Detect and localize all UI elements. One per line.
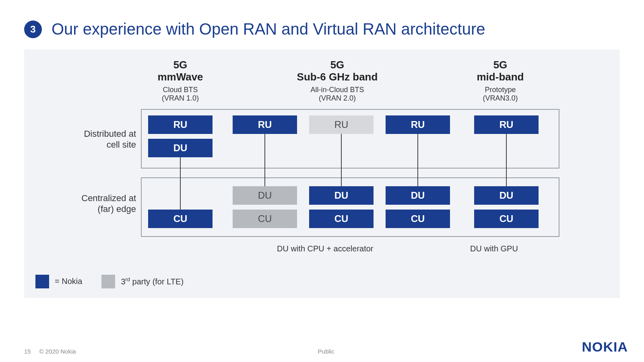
copyright: © 2020 Nokia xyxy=(39,348,76,355)
box-cu-thirdparty: CU xyxy=(233,210,297,228)
col-sub1: All-in-Cloud BTS xyxy=(221,86,454,94)
box-du-nokia: DU xyxy=(309,186,374,205)
row-label-centralized: Centralized at(far) edge xyxy=(81,193,136,215)
slide-footer: 15 © 2020 Nokia Public NOKIA xyxy=(24,339,628,355)
connector-line xyxy=(506,134,507,186)
col-sub2: (VRAN 2.0) xyxy=(221,94,454,103)
box-cu-nokia: CU xyxy=(474,210,539,228)
box-cu-nokia: CU xyxy=(309,210,374,228)
connector-line xyxy=(417,134,418,186)
box-du-nokia: DU xyxy=(386,186,450,205)
legend-label-nokia: = Nokia xyxy=(55,277,82,286)
legend-swatch-thirdparty xyxy=(101,275,115,288)
col-sub2: (VRAN 1.0) xyxy=(140,94,221,103)
section-badge: 3 xyxy=(24,21,42,38)
footer-left: 15 © 2020 Nokia xyxy=(24,348,76,355)
col-h1: 5GmmWave xyxy=(140,59,221,83)
legend: = Nokia 3rd party (for LTE) xyxy=(35,275,609,288)
column-headers: 5GmmWave Cloud BTS (VRAN 1.0) 5GSub-6 GH… xyxy=(140,59,609,103)
slide: 3 Our experience with Open RAN and Virtu… xyxy=(0,0,644,362)
box-cu-nokia: CU xyxy=(386,210,450,228)
box-du-nokia: DU xyxy=(474,186,539,205)
col-h1: 5Gmid-band xyxy=(454,59,547,83)
box-du-nokia: DU xyxy=(148,139,213,157)
col-header-mmwave: 5GmmWave Cloud BTS (VRAN 1.0) xyxy=(140,59,221,103)
classification-label: Public xyxy=(318,348,334,355)
page-number: 15 xyxy=(24,348,31,355)
connector-line xyxy=(341,134,342,186)
title-row: 3 Our experience with Open RAN and Virtu… xyxy=(24,20,620,38)
col-sub1: Cloud BTS xyxy=(140,86,221,94)
architecture-diagram: Distributed atcell site Centralized at(f… xyxy=(35,107,609,256)
connector-line xyxy=(264,134,265,186)
legend-swatch-nokia xyxy=(35,275,49,288)
col-sub1: Prototype xyxy=(454,86,547,94)
box-du-thirdparty: DU xyxy=(233,186,297,205)
col-header-sub6: 5GSub-6 GHz band All-in-Cloud BTS (VRAN … xyxy=(221,59,454,103)
footnote-cpu-accelerator: DU with CPU + accelerator xyxy=(277,244,374,253)
connector-line xyxy=(180,157,181,210)
footnote-gpu: DU with GPU xyxy=(470,244,518,253)
col-h1: 5GSub-6 GHz band xyxy=(221,59,454,83)
box-cu-nokia: CU xyxy=(148,210,213,228)
row-label-distributed: Distributed atcell site xyxy=(84,128,136,150)
box-ru-thirdparty: RU xyxy=(309,115,374,134)
diagram-panel: 5GmmWave Cloud BTS (VRAN 1.0) 5GSub-6 GH… xyxy=(24,49,620,298)
slide-title: Our experience with Open RAN and Virtual… xyxy=(52,20,485,38)
box-ru-nokia: RU xyxy=(474,115,539,134)
box-ru-nokia: RU xyxy=(148,115,213,134)
col-sub2: (VRAN3.0) xyxy=(454,94,547,103)
box-ru-nokia: RU xyxy=(386,115,450,134)
col-header-midband: 5Gmid-band Prototype (VRAN3.0) xyxy=(454,59,547,103)
box-ru-nokia: RU xyxy=(233,115,297,134)
legend-label-thirdparty: 3rd party (for LTE) xyxy=(121,276,184,286)
nokia-logo: NOKIA xyxy=(582,339,628,355)
